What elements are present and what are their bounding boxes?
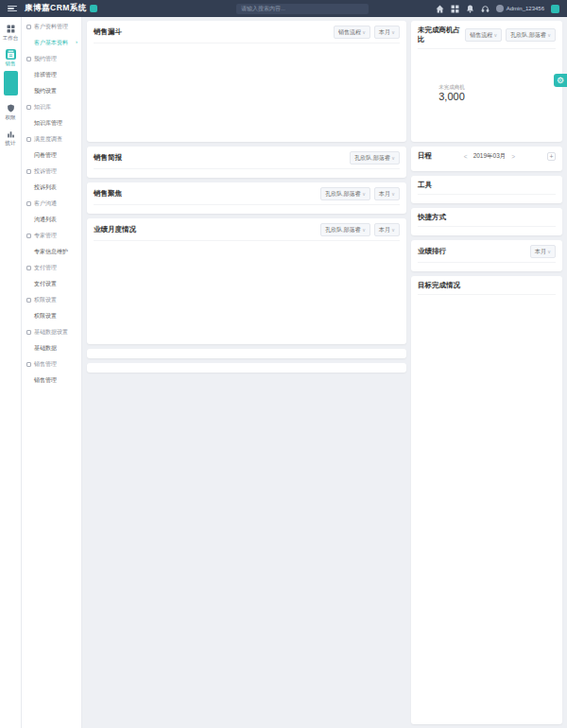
panel-shortcuts: 快捷方式 [411,208,562,235]
menu-group-label: 专家管理 [34,232,57,240]
menu-group-label: 客户沟通 [34,199,57,208]
side-menu: 客户资料管理客户基本资料预约管理排班管理预约设置知识库知识库管理满意度调查问卷管… [22,17,82,728]
menu-group-icon [26,25,31,29]
menu-group-权限设置[interactable]: 权限设置 [22,292,81,308]
rail-item-权限[interactable]: 权限 [0,100,22,124]
briefing-team-select[interactable]: 孔欣队,部落睿 [350,151,400,165]
user-menu[interactable]: Admin_123456 [496,5,544,12]
donut-chart: 未完成商机 3,000 [418,59,486,127]
panel-tools: 工具 [411,176,562,203]
monthly-team-select[interactable]: 孔欣队,部落睿 [320,223,370,236]
menu-item-沟通列表[interactable]: 沟通列表 [22,212,81,228]
panel-schedule: 日程 < 2019年03月 > + [411,147,562,171]
menu-group-label: 支付管理 [34,264,57,272]
donut-team-select[interactable]: 孔欣队,部落睿 [506,28,556,42]
funnel-process-select[interactable]: 销售流程 [334,26,370,39]
auth-icon [6,103,16,113]
rail-item-label: 销售 [0,61,22,67]
menu-group-label: 预约管理 [34,55,57,63]
stats-icon [6,129,16,139]
calendar-prev-icon[interactable]: < [464,153,468,160]
search-input[interactable] [236,4,369,14]
panel-sales-funnel: 销售漏斗 销售流程 本月 [87,21,406,142]
menu-item-问卷管理[interactable]: 问卷管理 [22,147,81,164]
panel-title: 销售简报 [94,153,122,163]
panel-title: 销售漏斗 [94,27,122,37]
menu-group-label: 满意度调查 [34,135,62,144]
menu-group-投诉管理[interactable]: 投诉管理 [22,164,81,180]
calendar-add-button[interactable]: + [547,152,556,161]
menu-group-icon [26,330,31,335]
menu-group-客户沟通[interactable]: 客户沟通 [22,196,81,212]
menu-group-客户资料管理[interactable]: 客户资料管理 [22,19,81,35]
panel-sales-briefing: 销售简报 孔欣队,部落睿 [87,147,406,178]
top-bar: 康博嘉CRM系统 Admin_123456 [0,0,567,17]
home-icon[interactable] [436,5,444,13]
donut-center-label: 未完成商机 [438,84,465,91]
menu-group-icon [26,201,31,206]
menu-group-icon [26,234,31,238]
app-title: 康博嘉CRM系统 [25,3,97,14]
menu-item-专家信息维护[interactable]: 专家信息维护 [22,244,81,260]
menu-group-label: 知识库 [34,103,51,112]
menu-group-知识库[interactable]: 知识库 [22,99,81,115]
menu-group-销售管理[interactable]: 销售管理 [22,356,81,373]
panel-title: 业绩排行 [418,247,446,256]
menu-group-支付管理[interactable]: 支付管理 [22,260,81,276]
menu-group-基础数据设置[interactable]: 基础数据设置 [22,324,81,340]
menu-group-label: 权限设置 [34,296,57,304]
panel-sales-focus: 销售聚焦 孔欣队,部落睿 本月 [87,182,406,214]
menu-group-icon [26,169,31,174]
menu-group-预约管理[interactable]: 预约管理 [22,51,81,67]
donut-process-select[interactable]: 销售流程 [465,28,502,42]
menu-item-投诉列表[interactable]: 投诉列表 [22,180,81,196]
panel-title: 目标完成情况 [418,281,460,290]
username: Admin_123456 [507,6,544,11]
panel-performance-ranking: 业绩排行 本月 [411,240,562,271]
focus-period-select[interactable]: 本月 [374,187,400,200]
panel-title: 工具 [418,181,432,190]
rail-item-label: 工作台 [0,35,22,42]
donut-center-value: 3,000 [438,91,465,102]
panel-title: 快捷方式 [418,213,446,222]
title-badge-icon [90,5,97,12]
apps-icon[interactable] [451,5,459,13]
menu-group-label: 基础数据设置 [34,328,68,337]
menu-item-排班管理[interactable]: 排班管理 [22,67,81,83]
menu-item-权限设置[interactable]: 权限设置 [22,308,81,324]
panel-unfinished-opportunities [87,349,406,358]
menu-item-支付设置[interactable]: 支付设置 [22,276,81,292]
menu-group-icon [26,137,31,142]
menu-item-客户基本资料[interactable]: 客户基本资料 [22,35,81,51]
menu-item-预约设置[interactable]: 预约设置 [22,83,81,99]
menu-item-基础数据[interactable]: 基础数据 [22,340,81,356]
funnel-period-select[interactable]: 本月 [374,26,400,39]
ranking-period-select[interactable]: 本月 [530,245,556,258]
rail-item-统计[interactable]: 统计 [0,126,22,149]
rail-item-label: 权限 [0,114,22,121]
panel-title: 未完成商机占比 [418,26,465,44]
rail-item-工作台[interactable]: 工作台 [0,21,22,44]
panel-monthly-performance: 业绩月度情况 孔欣队,部落睿 本月 [87,218,406,344]
hamburger-icon[interactable] [8,6,17,12]
bell-icon[interactable] [466,5,474,13]
menu-group-label: 销售管理 [34,360,57,369]
calendar-month-label: 2019年03月 [473,152,507,161]
menu-group-满意度调查[interactable]: 满意度调查 [22,131,81,147]
menu-group-icon [26,362,31,367]
menu-group-专家管理[interactable]: 专家管理 [22,228,81,244]
avatar [496,5,504,12]
menu-item-销售管理[interactable]: 销售管理 [22,373,81,389]
focus-team-select[interactable]: 孔欣队,部落睿 [320,187,370,200]
funnel-chart [94,47,400,138]
menu-item-知识库管理[interactable]: 知识库管理 [22,115,81,131]
panel-target-completion: 目标完成情况 [411,276,562,724]
calendar-next-icon[interactable]: > [511,153,515,160]
headset-icon[interactable] [481,5,490,13]
panel-finished-opportunities [87,363,406,373]
quick-panel-icon[interactable] [551,5,559,13]
rail-item-销售[interactable]: 销售 [0,46,22,98]
panel-title: 日程 [418,151,432,161]
monthly-period-select[interactable]: 本月 [374,223,400,236]
settings-gear-icon[interactable]: ⚙ [554,74,567,87]
